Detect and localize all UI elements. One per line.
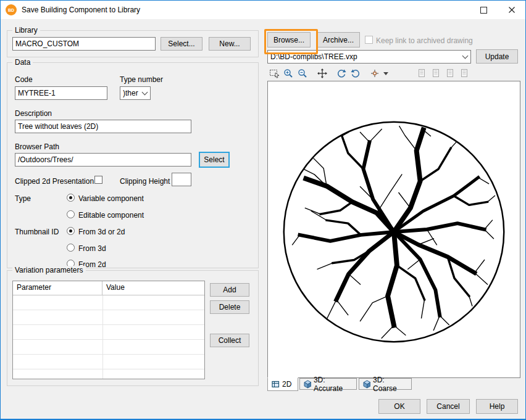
zoom-out-button[interactable] [296,67,310,80]
table-row [13,369,204,379]
description-input[interactable] [15,120,191,133]
clipping-height-input[interactable] [172,173,191,186]
dialog-window: BD Save Building Component to Library Li… [0,0,526,420]
title-bar: BD Save Building Component to Library [1,1,525,19]
data-group: Data Code Type number )ther Description … [7,62,259,268]
tab-3d-accurate-label: 3D: Accurate [314,376,353,393]
description-label: Description [15,109,52,118]
variation-group: Variation parameters Parameter Value Add… [7,270,259,386]
tab-3d-coarse[interactable]: 3D: Coarse [359,378,412,390]
browser-path-input[interactable] [15,153,191,167]
type-number-combo[interactable]: )ther [120,86,151,100]
3d-cube-icon [304,380,311,389]
table-row [13,325,204,340]
zoom-in-button[interactable] [282,67,296,80]
maximize-icon [480,7,487,14]
radio-from-3d[interactable] [67,244,75,252]
thumbnail-id-label: Thumbnail ID [15,228,59,236]
radio-variable-component-label[interactable]: Variable component [78,194,144,203]
radio-editable-component-label[interactable]: Editable component [78,211,144,220]
preview-viewport[interactable] [267,81,520,378]
tab-3d-accurate[interactable]: 3D: Accurate [299,378,357,390]
preview-toolbar [267,67,520,80]
column-header-value[interactable]: Value [102,281,128,295]
target-button[interactable] [367,67,382,80]
delete-button[interactable]: Delete [210,300,249,314]
tab-3d-coarse-label: 3D: Coarse [373,376,407,393]
library-name-input[interactable] [12,37,156,51]
archive-button[interactable]: Archive... [317,32,360,47]
3d-cube-icon [363,380,370,389]
2d-view-icon [272,381,280,388]
window-title: Save Building Component to Library [22,6,140,14]
paste-icon [460,68,470,78]
column-header-parameter[interactable]: Parameter [13,281,102,295]
radio-editable-component[interactable] [67,210,75,218]
radio-from-3d-label[interactable]: From 3d [78,244,106,253]
cancel-button[interactable]: Cancel [427,399,470,414]
update-button[interactable]: Update [476,49,518,64]
radio-from-3d-or-2d-label[interactable]: From 3d or 2d [78,228,125,236]
type-label: Type [15,194,31,203]
browser-path-select-button[interactable]: Select [199,152,230,168]
target-icon [370,69,379,78]
paste-icon [417,68,427,78]
clipped-2d-checkbox[interactable] [94,176,102,184]
library-select-button[interactable]: Select... [161,37,202,51]
zoom-in-icon [283,68,294,78]
collect-button[interactable]: Collect [210,334,249,347]
zoom-window-button[interactable] [267,67,282,80]
rotate-cw-icon [336,68,346,78]
library-group-label: Library [12,26,40,35]
rotate-ccw-button[interactable] [348,67,362,80]
tree-preview-drawing [268,81,520,377]
app-icon: BD [6,4,17,15]
table-row [13,340,204,355]
toolbar-dropdown-button[interactable] [382,67,390,80]
help-button[interactable]: Help [476,399,518,414]
library-new-button[interactable]: New... [209,37,251,51]
radio-from-3d-or-2d[interactable] [67,227,75,235]
zoom-window-icon [269,68,280,78]
tab-2d[interactable]: 2D [267,377,298,391]
table-row [13,295,204,310]
close-button[interactable] [498,1,525,19]
chevron-down-icon [462,53,469,59]
rotate-ccw-icon [351,68,361,78]
table-row [13,355,204,369]
maximize-button[interactable] [470,1,498,19]
radio-variable-component[interactable] [67,194,75,202]
browser-path-label: Browser Path [15,142,59,151]
pan-icon [317,68,327,78]
add-button[interactable]: Add [210,283,249,297]
paste-icon [432,68,441,78]
paste-1-button [415,67,429,80]
close-icon [509,7,515,13]
browse-button[interactable]: Browse... [267,32,311,47]
archive-file-combo[interactable]: D:\BD-complibs\TREE.vxp [267,50,471,64]
variation-table-header: Parameter Value [13,281,204,295]
clipping-height-label: Clipping Height [120,177,170,186]
keep-link-label: Keep link to archived drawing [376,36,473,45]
variation-group-label: Variation parameters [12,266,86,274]
archive-file-path: D:\BD-complibs\TREE.vxp [270,52,357,61]
ok-button[interactable]: OK [378,399,420,414]
code-input[interactable] [15,86,107,100]
paste-3-button [443,67,457,80]
paste-icon [446,68,456,78]
type-number-value: )ther [123,89,138,97]
chevron-down-icon [383,72,388,75]
keep-link-checkbox [365,36,373,44]
zoom-out-icon [298,68,308,78]
pan-button[interactable] [315,67,329,80]
table-row [13,310,204,325]
chevron-down-icon [142,89,148,96]
code-label: Code [15,75,33,84]
variation-table[interactable]: Parameter Value [12,281,205,379]
paste-4-button [457,67,472,80]
tab-2d-label: 2D [282,380,291,389]
clipped-2d-label: Clipped 2d Presentation [15,177,94,186]
rotate-cw-button[interactable] [334,67,348,80]
data-group-label: Data [12,58,33,67]
library-group: Library Select... New... [7,30,259,57]
